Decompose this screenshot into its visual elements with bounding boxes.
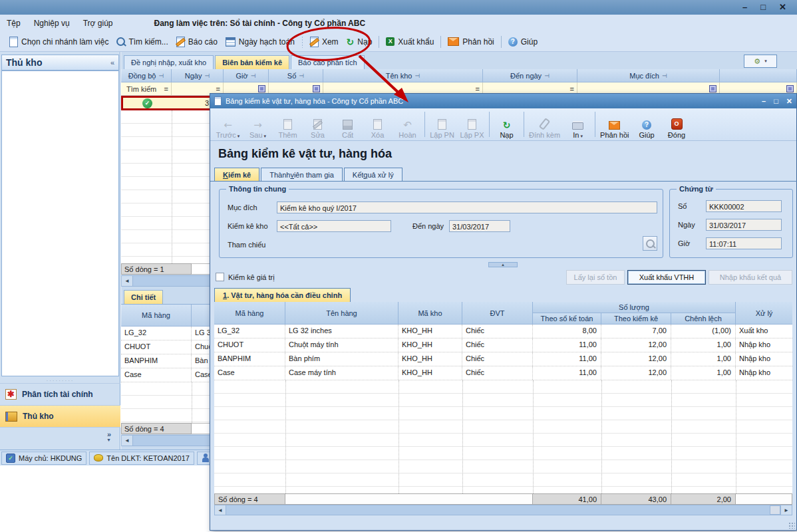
filter-cell[interactable]: Tìm kiếm=	[121, 82, 172, 96]
report-button[interactable]: Báo cáo	[172, 35, 222, 49]
tab-vat-tu-can-dieu-chinh[interactable]: 1. Vật tư, hàng hóa cần điều chỉnh	[214, 288, 351, 302]
sidebar-list[interactable]	[1, 70, 119, 376]
col-header-group[interactable]: Số lượng	[533, 302, 736, 313]
attach-button[interactable]: Đính kèm	[526, 110, 563, 140]
previous-button[interactable]: ←Trước▾	[213, 110, 243, 140]
filter-icon[interactable]	[258, 85, 265, 92]
col-header-empty[interactable]	[720, 69, 797, 82]
pin-icon[interactable]: ⊣	[204, 72, 210, 79]
pin-icon[interactable]: ⊣	[662, 72, 667, 79]
col-header-ngay[interactable]: Ngày⊣	[172, 69, 224, 82]
scroll-left-icon[interactable]: ◄	[122, 436, 133, 446]
col-header[interactable]: Theo kiểm kê	[601, 313, 671, 325]
lookup-button[interactable]	[643, 236, 657, 251]
maximize-button[interactable]: □	[774, 97, 778, 106]
create-receipt-button[interactable]: Lập PN	[427, 110, 457, 140]
col-header-ma-hang[interactable]: Mã hàng	[121, 305, 192, 327]
print-button[interactable]: In▾	[563, 110, 593, 140]
col-header-so[interactable]: Số⊣	[269, 69, 323, 82]
gio-field[interactable]: 11:07:11	[706, 237, 782, 249]
col-header-gio[interactable]: Giờ⊣	[224, 69, 269, 82]
xuat-khau-vthh-button[interactable]: Xuất khẩu VTHH	[627, 270, 706, 285]
so-field[interactable]: KKK00002	[706, 200, 782, 212]
save-button[interactable]: Cất	[333, 110, 363, 140]
filter-icon[interactable]	[786, 85, 794, 92]
tab-thanh-vien-tham-gia[interactable]: Thành viên tham gia	[261, 168, 343, 182]
sidebar-splitter[interactable]: ·········	[0, 378, 120, 383]
help-button[interactable]: ?Giúp	[504, 35, 542, 49]
scrollbar-thumb[interactable]	[770, 505, 780, 515]
grid-settings-button[interactable]: ⚙ ▾	[744, 55, 777, 68]
table-row[interactable]: BANPHIMBàn phímKHO_HHChiếc11,0012,001,00…	[214, 352, 792, 366]
choose-branch-button[interactable]: Chọn chi nhánh làm việc	[5, 35, 112, 49]
pin-icon[interactable]: ⊣	[299, 72, 304, 79]
menu-tro-giup[interactable]: Trợ giúp	[77, 19, 120, 28]
maximize-button[interactable]: □	[760, 2, 766, 12]
splitter-collapse-button[interactable]: ▲	[488, 262, 518, 267]
minimize-button[interactable]: –	[742, 2, 747, 12]
col-header[interactable]: Tên hàng	[285, 302, 398, 325]
edit-button[interactable]: Sửa	[303, 110, 333, 140]
tab-kiem-ke[interactable]: Kiểm kê	[214, 168, 259, 182]
next-button[interactable]: →Sau▾	[243, 110, 273, 140]
table-row[interactable]: CHUOTChuột máy tínhKHO_HHChiếc11,0012,00…	[214, 338, 792, 352]
dialog-table-empty-rows[interactable]	[214, 380, 792, 493]
col-header[interactable]: Mã kho	[398, 302, 462, 325]
scroll-left-icon[interactable]: ◄	[215, 505, 226, 515]
col-header[interactable]: ĐVT	[462, 302, 533, 325]
feedback-button[interactable]: Phản hồi	[444, 35, 498, 49]
reload-button[interactable]: ↻Nạp	[343, 35, 377, 49]
add-button[interactable]: Thêm	[273, 110, 303, 140]
table-row[interactable]: CaseCase máy tínhKHO_HHChiếc11,0012,001,…	[214, 366, 792, 380]
export-button[interactable]: XXuất khẩu	[382, 35, 438, 49]
pin-icon[interactable]: ⊣	[158, 72, 164, 79]
muc-dich-field[interactable]: Kiểm kê kho quý I/2017	[277, 201, 657, 213]
scroll-right-icon[interactable]: ►	[780, 505, 792, 515]
minimize-button[interactable]: –	[762, 97, 766, 106]
col-header-muc-dich[interactable]: Mục đích⊣	[577, 69, 720, 82]
feedback-button[interactable]: Phản hồi	[597, 110, 631, 140]
kiem-ke-gia-tri-checkbox[interactable]	[216, 273, 224, 281]
tab-chi-tiet[interactable]: Chi tiết	[124, 290, 163, 304]
sidebar-item-phan-tich-tai-chinh[interactable]: ✱ Phân tích tài chính	[0, 383, 120, 405]
pin-icon[interactable]: ⊣	[414, 72, 420, 79]
kiem-ke-kho-field[interactable]: <<Tất cả>>	[277, 220, 391, 232]
filter-icon[interactable]	[709, 85, 717, 92]
collapse-sidebar-button[interactable]: «	[110, 59, 114, 66]
tab-de-nghi-nhap-xuat-kho[interactable]: Đề nghị nhập, xuất kho	[124, 55, 214, 69]
close-dialog-button[interactable]: OĐóng	[662, 110, 692, 140]
den-ngay-field[interactable]: 31/03/2017	[449, 220, 510, 232]
menu-tep[interactable]: Tệp	[0, 19, 27, 28]
configure-buttons-icon[interactable]: ▼	[106, 438, 111, 442]
tab-ket-qua-xu-ly[interactable]: Kết quả xử lý	[344, 168, 402, 182]
help-button[interactable]: ?Giúp	[632, 110, 662, 140]
search-button[interactable]: Tìm kiếm...	[112, 35, 172, 49]
col-header[interactable]: Mã hàng	[214, 302, 285, 325]
create-issue-button[interactable]: Lập PX	[457, 110, 487, 140]
dialog-table-hscrollbar[interactable]: ◄ ►	[214, 505, 792, 515]
posting-date-button[interactable]: Ngày hạch toán	[222, 35, 299, 49]
reload-button[interactable]: ↻Nạp	[492, 110, 522, 140]
scroll-left-icon[interactable]: ◄	[122, 276, 133, 286]
col-header-dong-bo[interactable]: Đồng bộ⊣	[121, 69, 172, 82]
lay-lai-so-ton-button[interactable]: Lấy lại số tồn	[566, 270, 625, 285]
table-row[interactable]: LG_32LG 32 inchesKHO_HHChiếc8,007,00(1,0…	[214, 325, 792, 338]
ngay-field[interactable]: 31/03/2017	[706, 219, 782, 231]
resize-grip[interactable]	[788, 522, 795, 529]
tab-bao-cao-phan-tich[interactable]: Báo cáo phân tích	[291, 55, 365, 69]
close-button[interactable]: ✕	[779, 2, 786, 12]
delete-button[interactable]: Xóa	[363, 110, 393, 140]
undo-button[interactable]: ↶Hoàn	[393, 110, 422, 140]
dialog-titlebar[interactable]: Bảng kiểm kê vật tư, hàng hóa - Công ty …	[210, 94, 796, 108]
menu-nghiep-vu[interactable]: Nghiệp vụ	[27, 19, 77, 28]
nhap-khau-ket-qua-button[interactable]: Nhập khẩu kết quả	[709, 270, 792, 285]
col-header[interactable]: Chênh lệch	[671, 313, 736, 325]
pin-icon[interactable]: ⊣	[251, 72, 256, 79]
close-button[interactable]: ✕	[786, 97, 792, 106]
filter-icon[interactable]	[313, 85, 320, 92]
col-header[interactable]: Xử lý	[736, 302, 792, 325]
tab-bien-ban-kiem-ke[interactable]: Biên bản kiểm kê	[215, 55, 289, 69]
col-header-ten-kho[interactable]: Tên kho⊣	[323, 69, 483, 82]
col-header-den-ngay[interactable]: Đến ngày⊣	[483, 69, 577, 82]
view-button[interactable]: Xem	[306, 35, 343, 49]
